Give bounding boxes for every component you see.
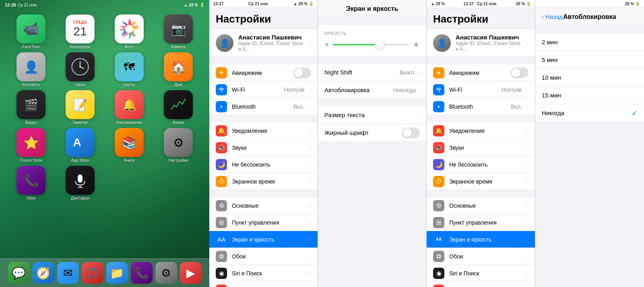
- back-label: Назад: [545, 13, 563, 20]
- settings-row-display[interactable]: AA Экран и яркость ›: [209, 231, 318, 248]
- ipad-settings-list: ✈ Авиарежим Wi-Fi Homyak ›: [427, 57, 535, 287]
- ipad-row-wallpaper[interactable]: ✿ Обои ›: [427, 248, 535, 265]
- screen-row-nightshift[interactable]: Night Shift Выкл. ›: [318, 64, 426, 81]
- ipad-row-sounds[interactable]: 🔊 Звуки ›: [427, 139, 535, 156]
- autolock-panel: 28 % 🔋 ‹ Назад Автоблокировка 2 мин 5 ми…: [535, 0, 644, 287]
- app-settings[interactable]: ⚙ Настройки: [155, 128, 201, 163]
- ipad-row-notifications[interactable]: 🔔 Уведомления ›: [427, 122, 535, 139]
- general-chevron: ›: [310, 203, 311, 209]
- app-video[interactable]: 🎬 Видео: [8, 90, 54, 125]
- app-dictaphone[interactable]: Диктофон: [57, 166, 103, 200]
- settings-time: 12:27: [213, 2, 224, 6]
- autolock-option-2min[interactable]: 2 мин: [535, 33, 644, 51]
- app-home[interactable]: 🏠 Дом: [155, 52, 201, 87]
- autolock-back-button[interactable]: ‹ Назад: [542, 13, 563, 20]
- display-icon: AA: [216, 234, 227, 245]
- ipad-row-bluetooth[interactable]: Bluetooth Вкл. ›: [427, 98, 535, 115]
- autolock-status-bar: 28 % 🔋: [535, 0, 644, 8]
- svg-point-7: [79, 66, 81, 68]
- app-contacts[interactable]: 👤 Контакты: [8, 52, 54, 87]
- ipad-row-airplane[interactable]: ✈ Авиарежим: [427, 64, 535, 81]
- ipad-row-siri[interactable]: ◉ Siri и Поиск ›: [427, 265, 535, 282]
- slider-track[interactable]: [333, 44, 409, 45]
- settings-row-airplane[interactable]: ✈ Авиарежим: [209, 64, 318, 81]
- slider-thumb[interactable]: [375, 40, 384, 49]
- settings-row-touchid[interactable]: ☝ Touch ID и код-пароль ›: [209, 282, 318, 287]
- settings-row-screentime[interactable]: ⏱ Экранное время ›: [209, 173, 318, 190]
- app-calendar[interactable]: Среда 21 Календарь: [57, 14, 103, 49]
- settings-row-siri[interactable]: ◉ Siri и Поиск ›: [209, 265, 318, 282]
- bold-toggle[interactable]: [402, 128, 420, 138]
- app-facetime[interactable]: 📹 FaceTime: [8, 14, 54, 49]
- app-stocks[interactable]: Акции: [155, 90, 201, 125]
- settings-row-bluetooth[interactable]: Bluetooth Вкл. ›: [209, 98, 318, 115]
- dock-viber[interactable]: 📞: [131, 262, 153, 284]
- screen-row-autolock[interactable]: Автоблокировка Никогда ›: [318, 81, 426, 99]
- dock-settings[interactable]: ⚙: [155, 262, 177, 284]
- ipad-group-notifications: 🔔 Уведомления › 🔊 Звуки › 🌙 Не беспокоит…: [427, 115, 535, 190]
- settings-row-general[interactable]: ⚙ Основные ›: [209, 197, 318, 214]
- back-chevron-icon: ‹: [542, 13, 544, 20]
- ipad-user-name: Анастасия Пашкевич: [456, 34, 522, 41]
- home-dock: 💬 🧭 ✉ 🎵 📁 📞 ⚙ ▶: [0, 258, 209, 287]
- app-viber[interactable]: 📞 Viber: [8, 166, 54, 200]
- app-appstore[interactable]: A App Store: [57, 128, 103, 163]
- dock-files[interactable]: 📁: [106, 262, 128, 284]
- app-clock[interactable]: Часы: [57, 52, 103, 87]
- brightness-slider[interactable]: ☀ ☀: [324, 40, 420, 50]
- dock-music[interactable]: 🎵: [82, 262, 103, 284]
- app-camera[interactable]: 📷 Камера: [155, 14, 201, 49]
- screentime-icon: ⏱: [216, 176, 227, 187]
- control-icon: ⊞: [216, 217, 227, 228]
- app-reminders[interactable]: 🔔 Напоминания: [106, 90, 152, 125]
- autolock-option-15min[interactable]: 15 мин: [535, 87, 644, 104]
- app-maps[interactable]: 🗺 Карты: [106, 52, 152, 87]
- ipad-row-display[interactable]: AA Экран и яркость ›: [427, 231, 535, 248]
- ipad-row-touchid[interactable]: ☝ Touch ID и код-пароль ›: [427, 282, 535, 287]
- ipad-row-general[interactable]: ⚙ Основные ›: [427, 197, 535, 214]
- settings-user-cell[interactable]: 👤 Анастасия Пашкевич Apple ID, iCloud, i…: [209, 29, 318, 57]
- app-books[interactable]: 📚 Книги: [106, 128, 152, 163]
- ipad-row-screentime[interactable]: ⏱ Экранное время ›: [427, 173, 535, 190]
- app-notes[interactable]: 📝 Заметки: [57, 90, 103, 125]
- wifi-icon: [216, 84, 227, 95]
- settings-row-sounds[interactable]: 🔊 Звуки ›: [209, 139, 318, 156]
- settings-list: ✈ Авиарежим Wi-Fi Homyak ›: [209, 57, 318, 287]
- dock-mail[interactable]: ✉: [57, 262, 79, 284]
- ipad-touchid-icon: ☝: [433, 285, 444, 287]
- brightness-label: ЯРКОСТЬ: [324, 31, 420, 36]
- ipad-sounds-icon: 🔊: [433, 142, 444, 153]
- ipad-wifi-chevron: ›: [527, 87, 528, 93]
- ipad-row-control[interactable]: ⊞ Пункт управления ›: [427, 214, 535, 231]
- settings-row-dnd[interactable]: 🌙 Не беспокоить ›: [209, 156, 318, 173]
- autolock-option-never[interactable]: Никогда ✓: [535, 104, 644, 122]
- airplane-toggle[interactable]: [293, 68, 311, 78]
- screen-row-bold[interactable]: Жирный шрифт: [318, 124, 426, 142]
- screen-row-textsize[interactable]: Размер текста ›: [318, 106, 426, 124]
- dock-safari[interactable]: 🧭: [33, 262, 54, 284]
- settings-row-notifications[interactable]: 🔔 Уведомления ›: [209, 122, 318, 139]
- siri-chevron: ›: [310, 270, 311, 276]
- dock-messages[interactable]: 💬: [8, 262, 30, 284]
- settings-row-control[interactable]: ⊞ Пункт управления ›: [209, 214, 318, 231]
- settings-row-wallpaper[interactable]: ✿ Обои ›: [209, 248, 318, 265]
- settings-group-connectivity: ✈ Авиарежим Wi-Fi Homyak ›: [209, 57, 318, 115]
- app-photos[interactable]: Фото: [106, 14, 152, 49]
- ipad-row-wifi[interactable]: Wi-Fi Homyak ›: [427, 81, 535, 98]
- nightshift-chevron: ›: [418, 70, 420, 75]
- autolock-option-5min[interactable]: 5 мин: [535, 51, 644, 69]
- ipad-signal: ▲ 29 %: [431, 2, 445, 6]
- sounds-chevron: ›: [310, 145, 311, 151]
- wallpaper-chevron: ›: [310, 254, 311, 259]
- ipad-row-dnd[interactable]: 🌙 Не беспокоить ›: [427, 156, 535, 173]
- screen-nav-title: Экран и яркость: [346, 5, 398, 12]
- settings-row-wifi[interactable]: Wi-Fi Homyak ›: [209, 81, 318, 98]
- autolock-option-10min[interactable]: 10 мин: [535, 69, 644, 87]
- ipad-user-info: Анастасия Пашкевич Apple ID, iCloud, iTu…: [456, 34, 522, 52]
- dock-youtube[interactable]: ▶: [180, 262, 202, 284]
- app-itunes[interactable]: ⭐ iTunes Store: [8, 128, 54, 163]
- dnd-icon: 🌙: [216, 159, 227, 170]
- settings-group-display: ⚙ Основные › ⊞ Пункт управления › AA Экр…: [209, 190, 318, 287]
- ipad-airplane-toggle[interactable]: [511, 68, 528, 78]
- ipad-settings-user-cell[interactable]: 👤 Анастасия Пашкевич Apple ID, iCloud, i…: [427, 29, 535, 57]
